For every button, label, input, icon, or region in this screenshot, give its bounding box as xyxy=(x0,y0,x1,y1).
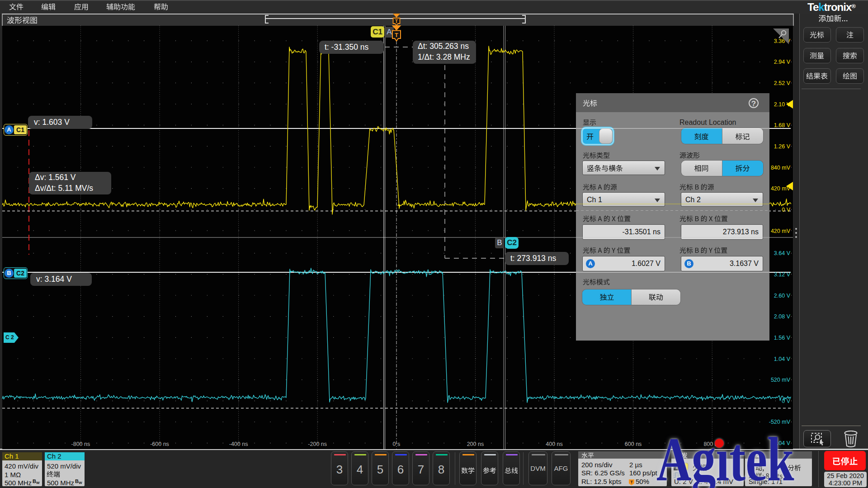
svg-text:400 ns: 400 ns xyxy=(546,441,563,447)
svg-text:2.08 V: 2.08 V xyxy=(774,313,791,320)
svg-text:840 mV: 840 mV xyxy=(771,165,791,171)
svg-text:-400 ns: -400 ns xyxy=(229,441,248,447)
svg-text:420 mV: 420 mV xyxy=(771,228,791,234)
svg-text:0 V: 0 V xyxy=(782,207,790,213)
svg-text:1.68 V: 1.68 V xyxy=(774,122,791,128)
svg-text:-600 ns: -600 ns xyxy=(150,441,169,447)
svg-text:3.12 V: 3.12 V xyxy=(774,271,791,278)
svg-text:0 V: 0 V xyxy=(782,398,790,404)
svg-text:1.26 V: 1.26 V xyxy=(774,143,791,150)
svg-text:0 s: 0 s xyxy=(392,441,400,447)
svg-text:1.56 V: 1.56 V xyxy=(774,335,791,341)
svg-text:-200 ns: -200 ns xyxy=(308,441,327,447)
svg-text:1.04 V: 1.04 V xyxy=(774,356,791,362)
svg-text:600 ns: 600 ns xyxy=(625,441,642,447)
svg-text:520 mV: 520 mV xyxy=(771,377,791,383)
svg-text:200 ns: 200 ns xyxy=(467,441,484,447)
svg-text:2.60 V: 2.60 V xyxy=(774,293,791,299)
svg-text:-520 mV: -520 mV xyxy=(769,419,791,425)
svg-text:2.52 V: 2.52 V xyxy=(774,80,791,86)
svg-text:3.64 V: 3.64 V xyxy=(774,250,791,256)
svg-text:2.94 V: 2.94 V xyxy=(774,59,791,65)
svg-text:-800 ns: -800 ns xyxy=(71,441,90,447)
